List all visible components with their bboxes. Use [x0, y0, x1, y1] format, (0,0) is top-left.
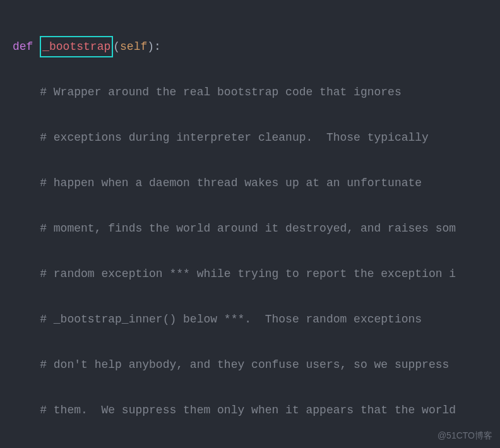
code-editor[interactable]: def _bootstrap(self): # Wrapper around t… — [0, 0, 500, 448]
comment: # them. We suppress them only when it ap… — [40, 404, 456, 416]
comment: # moment, finds the world around it dest… — [40, 222, 456, 235]
open-paren: ( — [113, 40, 120, 53]
comment: # random exception *** while trying to r… — [40, 268, 456, 280]
comment: # don't help anybody, and they confuse u… — [40, 358, 449, 371]
code-line: # exceptions during interpreter cleanup.… — [13, 126, 494, 149]
comment: # _bootstrap_inner() below ***. Those ra… — [40, 313, 422, 326]
keyword-def: def — [13, 40, 33, 53]
comment: # happen when a daemon thread wakes up a… — [40, 177, 422, 189]
function-name: _bootstrap — [42, 40, 110, 53]
code-line: # don't help anybody, and they confuse u… — [13, 353, 494, 376]
code-line: def _bootstrap(self): — [13, 35, 494, 58]
code-line: # them. We suppress them only when it ap… — [13, 399, 494, 421]
code-line: # random exception *** while trying to r… — [13, 262, 494, 285]
code-line: # _bootstrap_inner() below ***. Those ra… — [13, 308, 494, 331]
code-line: # moment, finds the world around it dest… — [13, 217, 494, 240]
highlight-function-name: _bootstrap — [40, 36, 113, 57]
comment: # exceptions during interpreter cleanup.… — [40, 131, 429, 144]
param-self: self — [120, 40, 147, 53]
watermark: @51CTO博客 — [437, 430, 492, 442]
code-line: # indeed has already been destroyed, so … — [13, 444, 494, 448]
code-line: # Wrapper around the real bootstrap code… — [13, 81, 494, 103]
code-line: # happen when a daemon thread wakes up a… — [13, 172, 494, 194]
comment: # Wrapper around the real bootstrap code… — [40, 86, 402, 98]
close-paren-colon: ): — [147, 40, 161, 53]
